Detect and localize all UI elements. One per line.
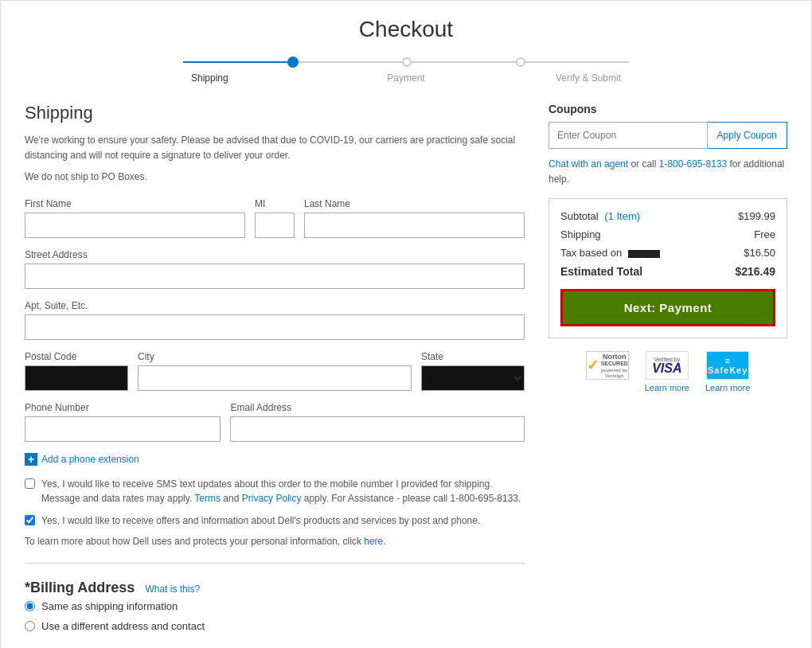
privacy-link[interactable]: Privacy Policy bbox=[242, 493, 302, 504]
first-name-label: First Name bbox=[25, 198, 245, 209]
billing-different-label: Use a different address and contact bbox=[41, 620, 205, 632]
sms-text: Yes, I would like to receive SMS text up… bbox=[41, 477, 525, 506]
sms-checkbox[interactable] bbox=[25, 478, 35, 489]
offers-text: Yes, I would like to receive offers and … bbox=[41, 513, 480, 528]
city-label: City bbox=[138, 351, 412, 362]
subtotal-items-link[interactable]: (1 Item) bbox=[604, 210, 640, 222]
subtotal-value: $199.99 bbox=[738, 210, 775, 222]
state-select[interactable] bbox=[421, 365, 525, 391]
location-row: Postal Code City State bbox=[25, 351, 525, 391]
tax-label: Tax based on bbox=[560, 247, 660, 259]
shipping-label: Shipping bbox=[560, 228, 601, 240]
billing-section: *Billing Address What is this? Same as s… bbox=[25, 580, 525, 632]
what-is-this-link[interactable]: What is this? bbox=[145, 584, 200, 595]
billing-same-row: Same as shipping information bbox=[25, 600, 525, 612]
coupon-row: Apply Coupon bbox=[548, 122, 787, 149]
email-input[interactable] bbox=[230, 416, 525, 442]
add-phone-label: Add a phone extension bbox=[41, 454, 139, 465]
phone-link[interactable]: 1-800-695-8133 bbox=[659, 158, 727, 170]
last-name-input[interactable] bbox=[304, 213, 525, 238]
terms-link[interactable]: Terms bbox=[194, 493, 221, 504]
offers-checkbox[interactable] bbox=[25, 515, 35, 525]
safekey-badge-item: ≡ SafeKey Learn more bbox=[705, 351, 750, 392]
sms-checkbox-row: Yes, I would like to receive SMS text up… bbox=[25, 477, 525, 506]
billing-heading: *Billing Address What is this? bbox=[25, 580, 525, 596]
coupon-heading: Coupons bbox=[548, 103, 787, 115]
main-layout: Shipping We're working to ensure your sa… bbox=[25, 103, 787, 640]
last-name-group: Last Name bbox=[304, 198, 525, 238]
norton-badge-item: ✓ Norton SECURED powered by Verisign bbox=[586, 351, 629, 380]
privacy-notice: To learn more about how Dell uses and pr… bbox=[25, 536, 525, 547]
billing-different-radio[interactable] bbox=[25, 621, 35, 631]
divider bbox=[25, 563, 525, 564]
city-input[interactable] bbox=[138, 365, 412, 391]
total-value: $216.49 bbox=[735, 265, 775, 278]
postal-label: Postal Code bbox=[25, 351, 128, 362]
apply-coupon-button[interactable]: Apply Coupon bbox=[708, 122, 787, 149]
shipping-heading: Shipping bbox=[25, 103, 525, 123]
mi-label: MI bbox=[255, 198, 295, 209]
step-payment-label: Payment bbox=[334, 72, 478, 84]
tax-value: $16.50 bbox=[744, 247, 775, 259]
sidebar: Coupons Apply Coupon Chat with an agent … bbox=[548, 103, 787, 392]
name-row: First Name MI Last Name bbox=[25, 198, 525, 238]
coupon-input[interactable] bbox=[548, 122, 708, 149]
phone-label: Phone Number bbox=[25, 402, 221, 413]
subtotal-row: Subtotal (1 Item) $199.99 bbox=[560, 210, 775, 222]
state-label: State bbox=[421, 351, 525, 362]
phone-group: Phone Number bbox=[25, 402, 221, 442]
subtotal-label: Subtotal (1 Item) bbox=[560, 210, 640, 222]
shipping-value: Free bbox=[754, 228, 775, 240]
phone-input[interactable] bbox=[25, 416, 221, 442]
total-row: Estimated Total $216.49 bbox=[560, 265, 775, 278]
visa-learn-more-link[interactable]: Learn more bbox=[645, 383, 689, 392]
visa-badge-item: Verified by VISA Learn more bbox=[645, 351, 689, 392]
add-phone-extension-link[interactable]: + Add a phone extension bbox=[25, 453, 525, 466]
norton-check-icon: ✓ bbox=[587, 357, 599, 374]
last-name-label: Last Name bbox=[304, 198, 525, 209]
street-input[interactable] bbox=[25, 263, 525, 289]
first-name-input[interactable] bbox=[25, 213, 245, 238]
security-badges: ✓ Norton SECURED powered by Verisign Ver… bbox=[548, 351, 787, 392]
billing-same-radio[interactable] bbox=[25, 601, 35, 611]
tax-row: Tax based on $16.50 bbox=[560, 247, 775, 259]
apt-group: Apt, Suite, Etc. bbox=[25, 300, 525, 340]
checkout-steps: Shipping Payment Verify & Submit bbox=[25, 57, 787, 103]
safekey-learn-more-link[interactable]: Learn more bbox=[705, 383, 750, 392]
step-verify-label: Verify & Submit bbox=[478, 72, 629, 84]
mi-group: MI bbox=[255, 198, 295, 238]
contact-row: Phone Number Email Address bbox=[25, 402, 525, 442]
billing-same-label: Same as shipping information bbox=[41, 600, 178, 612]
email-group: Email Address bbox=[230, 402, 525, 442]
email-label: Email Address bbox=[230, 402, 525, 413]
plus-icon: + bbox=[25, 453, 37, 466]
apt-input[interactable] bbox=[25, 314, 525, 340]
step-shipping-label: Shipping bbox=[183, 72, 334, 84]
chat-agent-link[interactable]: Chat with an agent bbox=[548, 158, 628, 170]
state-group: State bbox=[421, 351, 525, 391]
visa-badge: Verified by VISA bbox=[646, 351, 689, 380]
offers-checkbox-row: Yes, I would like to receive offers and … bbox=[25, 513, 525, 528]
street-label: Street Address bbox=[25, 249, 525, 260]
covid-notice: We're working to ensure your safety. Ple… bbox=[25, 133, 525, 163]
apt-label: Apt, Suite, Etc. bbox=[25, 300, 525, 311]
next-payment-button[interactable]: Next: Payment bbox=[560, 289, 775, 326]
safekey-badge: ≡ SafeKey bbox=[706, 351, 749, 380]
order-summary: Subtotal (1 Item) $199.99 Shipping Free … bbox=[548, 198, 787, 338]
visa-text: VISA bbox=[652, 362, 681, 375]
tax-redacted-bar bbox=[628, 250, 660, 258]
privacy-here-link[interactable]: here. bbox=[364, 536, 385, 547]
street-group: Street Address bbox=[25, 249, 525, 289]
mi-input[interactable] bbox=[255, 213, 295, 238]
total-label: Estimated Total bbox=[560, 265, 642, 278]
page-title: Checkout bbox=[25, 17, 787, 42]
coupons-section: Coupons Apply Coupon bbox=[548, 103, 787, 149]
billing-different-row: Use a different address and contact bbox=[25, 620, 525, 632]
first-name-group: First Name bbox=[25, 198, 245, 238]
city-group: City bbox=[138, 351, 412, 391]
norton-badge: ✓ Norton SECURED powered by Verisign bbox=[586, 351, 629, 380]
agent-text: Chat with an agent or call 1-800-695-813… bbox=[548, 157, 787, 187]
page-wrapper: Checkout Shipping Payment Verify & Submi… bbox=[0, 0, 812, 648]
postal-input[interactable] bbox=[25, 365, 128, 391]
shipping-row: Shipping Free bbox=[560, 228, 775, 240]
